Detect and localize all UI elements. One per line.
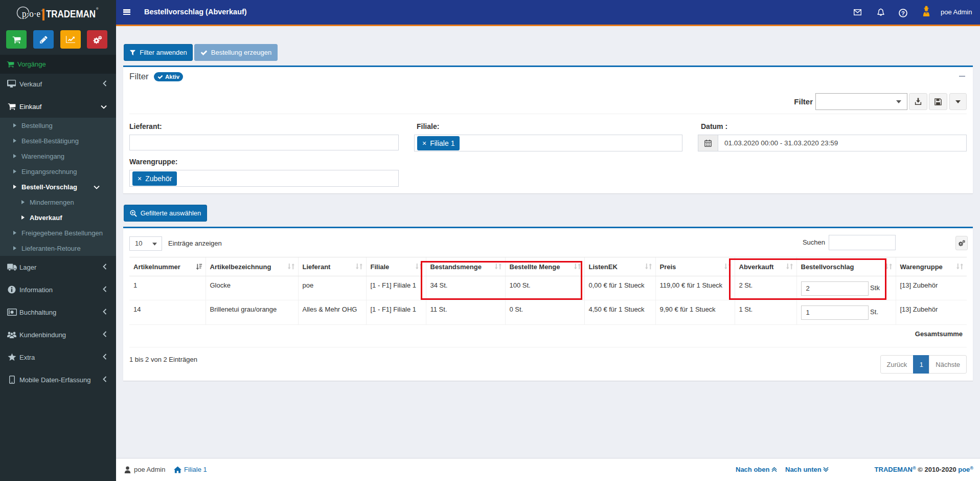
svg-text:®: ®: [96, 7, 99, 10]
svg-text:?: ?: [901, 10, 905, 16]
svg-text:p·o·e: p·o·e: [22, 8, 40, 19]
svg-text:TRADEMAN: TRADEMAN: [46, 8, 96, 19]
